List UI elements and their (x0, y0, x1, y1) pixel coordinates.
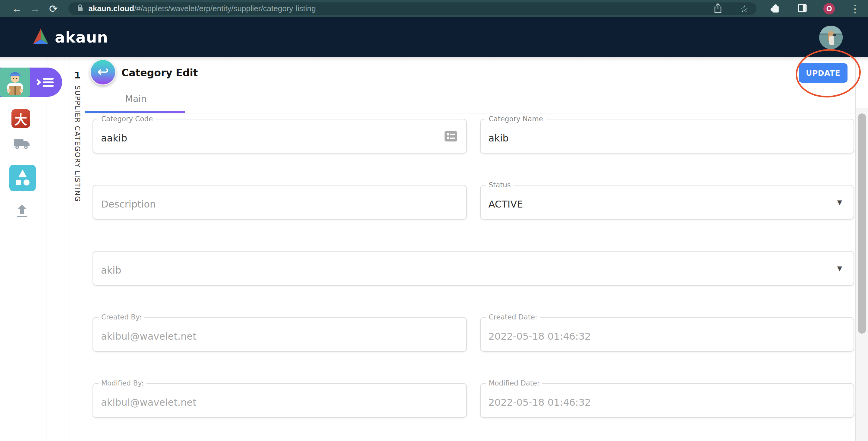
user-avatar[interactable] (819, 26, 843, 49)
app-side-rail: 大 (0, 57, 70, 441)
browser-toolbar: ← → ⟳ akaun.cloud/#/applets/wavelet/erp/… (0, 0, 868, 17)
vertical-tab-strip[interactable]: 1 SUPPLIER CATEGORY LISTING (70, 57, 85, 441)
content-panel: ↩ Category Edit UPDATE Main Category Cod… (85, 57, 856, 441)
created-by-value: akibul@wavelet.net (101, 331, 196, 342)
url-path: /#/applets/wavelet/erp/entity/supplier/c… (134, 4, 316, 13)
url-text: akaun.cloud/#/applets/wavelet/erp/entity… (88, 4, 315, 13)
category-edit-form: Category Code aakib Category Name (93, 119, 854, 418)
lock-icon (76, 4, 84, 14)
entity-app-icon-active[interactable] (9, 165, 36, 191)
category-code-value: aakib (101, 133, 127, 144)
upload-icon[interactable] (14, 204, 30, 219)
status-value: ACTIVE (489, 199, 523, 210)
rail-divider (46, 57, 46, 441)
created-date-value: 2022-05-18 01:46:32 (489, 331, 591, 342)
category-dropdown[interactable]: akib ▼ (93, 251, 854, 286)
created-date-field: Created Date: 2022-05-18 01:46:32 (480, 317, 855, 352)
modified-date-field: Modified Date: 2022-05-18 01:46:32 (480, 383, 855, 418)
category-name-field[interactable]: Category Name akib (480, 119, 855, 153)
tabs-divider (85, 113, 855, 113)
brand-logo[interactable]: akaun (31, 28, 108, 47)
update-button[interactable]: UPDATE (799, 63, 847, 83)
created-date-label: Created Date: (486, 313, 540, 321)
browser-forward-button[interactable]: → (26, 3, 44, 14)
red-app-icon[interactable]: 大 (11, 109, 30, 128)
reply-arrow-icon: ↩ (97, 64, 109, 79)
scrollbar-column (856, 57, 868, 441)
logistics-truck-icon[interactable] (13, 136, 31, 151)
app-root: ← → ⟳ akaun.cloud/#/applets/wavelet/erp/… (0, 0, 868, 441)
chevron-down-icon: ▼ (837, 265, 842, 272)
side-panel-icon[interactable] (796, 2, 808, 16)
created-by-field: Created By: akibul@wavelet.net (93, 317, 467, 352)
category-dropdown-value: akib (101, 265, 121, 276)
url-host: akaun.cloud (88, 4, 134, 13)
logo-triangle-icon (31, 28, 50, 47)
main-area: 大 (0, 57, 868, 441)
tab-main[interactable]: Main (125, 93, 147, 104)
page-title: Category Edit (121, 67, 198, 79)
brand-name: akaun (55, 29, 108, 46)
category-code-field[interactable]: Category Code aakib (93, 119, 467, 153)
modified-date-value: 2022-05-18 01:46:32 (489, 396, 591, 408)
description-field[interactable]: Description (93, 185, 467, 219)
browser-back-button[interactable]: ← (8, 3, 26, 14)
description-placeholder: Description (101, 199, 156, 210)
tab-count: 1 (74, 70, 81, 81)
app-header: akaun (0, 17, 868, 57)
bookmark-star-icon[interactable]: ☆ (740, 4, 749, 13)
status-label: Status (486, 181, 514, 189)
modified-by-value: akibul@wavelet.net (101, 396, 196, 408)
modified-by-field: Modified By: akibul@wavelet.net (93, 383, 467, 418)
vertical-tab-label: SUPPLIER CATEGORY LISTING (73, 85, 82, 202)
category-code-label: Category Code (98, 115, 156, 123)
indent-menu-icon (36, 78, 54, 87)
status-select[interactable]: Status ACTIVE ▼ (480, 185, 855, 219)
scrollbar-thumb[interactable] (858, 113, 866, 333)
ballot-list-icon[interactable] (444, 131, 457, 142)
chevron-down-icon: ▼ (837, 199, 842, 206)
created-by-label: Created By: (98, 313, 144, 321)
extensions-puzzle-icon[interactable] (769, 2, 781, 16)
share-icon[interactable] (713, 3, 722, 15)
page-back-button[interactable]: ↩ (90, 59, 116, 85)
category-name-label: Category Name (486, 115, 546, 123)
browser-profile-badge[interactable]: O (824, 3, 835, 14)
address-bar[interactable]: akaun.cloud/#/applets/wavelet/erp/entity… (68, 2, 756, 15)
browser-reload-button[interactable]: ⟳ (44, 3, 62, 15)
category-name-value: akib (489, 133, 509, 144)
browser-menu-icon[interactable]: ⋮ (850, 4, 860, 14)
modified-date-label: Modified Date: (486, 379, 542, 387)
supplier-module-avatar[interactable] (0, 67, 30, 97)
modified-by-label: Modified By: (98, 379, 147, 387)
